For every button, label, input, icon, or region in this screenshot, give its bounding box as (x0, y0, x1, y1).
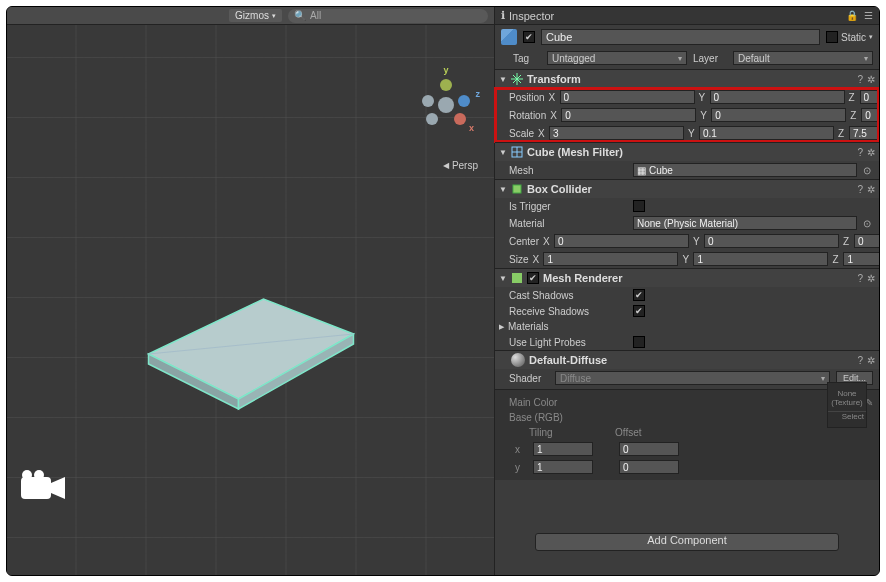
material-preview-icon (511, 353, 525, 367)
orientation-gizmo[interactable]: y z x (416, 75, 476, 135)
scale-y[interactable] (699, 126, 834, 140)
boxcollider-foldout[interactable]: ▼ (499, 185, 507, 194)
recvshadows-label: Receive Shadows (509, 306, 629, 317)
meshfilter-title: Cube (Mesh Filter) (527, 146, 623, 158)
svg-point-6 (34, 470, 44, 480)
object-active-checkbox[interactable]: ✔ (523, 31, 535, 43)
offset-y[interactable] (619, 460, 679, 474)
scale-label: Scale (509, 128, 534, 139)
svg-rect-10 (512, 273, 522, 283)
tiling-label: Tiling (529, 427, 609, 438)
offset-x[interactable] (619, 442, 679, 456)
gizmo-core[interactable] (438, 97, 454, 113)
projection-toggle[interactable]: ◀Persp (443, 160, 478, 171)
gizmo-x-axis[interactable] (454, 113, 466, 125)
transform-foldout[interactable]: ▼ (499, 75, 507, 84)
size-x[interactable] (543, 252, 678, 266)
texture-select[interactable]: Select (828, 411, 866, 421)
meshrenderer-enabled[interactable]: ✔ (527, 272, 539, 284)
svg-point-5 (22, 470, 32, 480)
help-icon[interactable]: ? (857, 184, 863, 195)
transform-icon (511, 73, 523, 85)
inspector-tab[interactable]: ℹ Inspector 🔒 ☰ (495, 7, 879, 25)
base-label: Base (RGB) (509, 412, 563, 423)
meshrenderer-icon (511, 272, 523, 284)
lightprobes-label: Use Light Probes (509, 337, 629, 348)
center-z[interactable] (854, 234, 880, 248)
gizmo-y-axis[interactable] (440, 79, 452, 91)
scale-z[interactable] (849, 126, 880, 140)
mesh-field[interactable]: ▦Cube (633, 163, 857, 177)
position-z[interactable] (860, 90, 880, 104)
rotation-y[interactable] (711, 108, 846, 122)
position-x[interactable] (560, 90, 695, 104)
size-y[interactable] (693, 252, 828, 266)
help-icon[interactable]: ? (857, 355, 863, 366)
physmat-picker[interactable]: ⊙ (861, 218, 873, 229)
offset-label: Offset (615, 427, 695, 438)
scene-object-cube[interactable] (143, 269, 358, 419)
gizmos-dropdown[interactable]: Gizmos▾ (229, 9, 282, 22)
static-toggle[interactable]: Static ▾ (826, 31, 873, 43)
material-title: Default-Diffuse (529, 354, 607, 366)
scene-search[interactable]: 🔍 All (288, 9, 488, 23)
transform-component: ▼ Transform ?✲ Position X Y Z Rotation (495, 69, 879, 142)
scale-x[interactable] (549, 126, 684, 140)
search-icon: 🔍 (294, 10, 306, 21)
gear-icon[interactable]: ✲ (867, 184, 875, 195)
tab-menu-icon[interactable]: ☰ (864, 10, 873, 21)
position-y[interactable] (710, 90, 845, 104)
scene-viewport[interactable]: y z x ◀Persp (7, 25, 494, 575)
castshadows-checkbox[interactable]: ✔ (633, 289, 645, 301)
help-icon[interactable]: ? (857, 273, 863, 284)
lock-icon[interactable]: 🔒 (846, 10, 858, 21)
svg-rect-9 (513, 185, 521, 193)
lightprobes-checkbox[interactable] (633, 336, 645, 348)
istrigger-checkbox[interactable] (633, 200, 645, 212)
materials-foldout[interactable]: ▶ (499, 323, 504, 331)
gear-icon[interactable]: ✲ (867, 74, 875, 85)
castshadows-label: Cast Shadows (509, 290, 629, 301)
rotation-x[interactable] (561, 108, 696, 122)
layer-label: Layer (693, 53, 727, 64)
mesh-picker[interactable]: ⊙ (861, 165, 873, 176)
size-z[interactable] (843, 252, 880, 266)
gizmo-x-label: x (469, 123, 474, 133)
object-name-field[interactable] (541, 29, 820, 45)
center-x[interactable] (554, 234, 689, 248)
help-icon[interactable]: ? (857, 74, 863, 85)
camera-icon (19, 469, 67, 505)
tiling-y[interactable] (533, 460, 593, 474)
tag-dropdown[interactable]: Untagged (547, 51, 687, 65)
svg-marker-7 (51, 477, 65, 499)
gizmo-neg-y[interactable] (426, 113, 438, 125)
transform-title: Transform (527, 73, 581, 85)
tag-label: Tag (513, 53, 541, 64)
gizmo-neg-z[interactable] (422, 95, 434, 107)
meshfilter-icon (511, 146, 523, 158)
static-checkbox[interactable] (826, 31, 838, 43)
istrigger-label: Is Trigger (509, 201, 629, 212)
boxcollider-icon (511, 183, 523, 195)
gear-icon[interactable]: ✲ (867, 355, 875, 366)
texture-slot[interactable]: None (Texture) Select (827, 382, 867, 428)
rotation-z[interactable] (861, 108, 880, 122)
help-icon[interactable]: ? (857, 147, 863, 158)
recvshadows-checkbox[interactable]: ✔ (633, 305, 645, 317)
position-label: Position (509, 92, 545, 103)
gear-icon[interactable]: ✲ (867, 273, 875, 284)
physmat-label: Material (509, 218, 629, 229)
search-placeholder: All (310, 10, 321, 21)
layer-dropdown[interactable]: Default (733, 51, 873, 65)
meshfilter-foldout[interactable]: ▼ (499, 148, 507, 157)
mesh-filter-component: ▼ Cube (Mesh Filter) ?✲ Mesh ▦Cube ⊙ (495, 142, 879, 179)
add-component-button[interactable]: Add Component (535, 533, 839, 551)
center-y[interactable] (704, 234, 839, 248)
gear-icon[interactable]: ✲ (867, 147, 875, 158)
gizmos-label: Gizmos (235, 10, 269, 21)
gizmo-z-axis[interactable] (458, 95, 470, 107)
physmat-field[interactable]: None (Physic Material) (633, 216, 857, 230)
meshrenderer-foldout[interactable]: ▼ (499, 274, 507, 283)
shader-dropdown[interactable]: Diffuse (555, 371, 830, 385)
tiling-x[interactable] (533, 442, 593, 456)
